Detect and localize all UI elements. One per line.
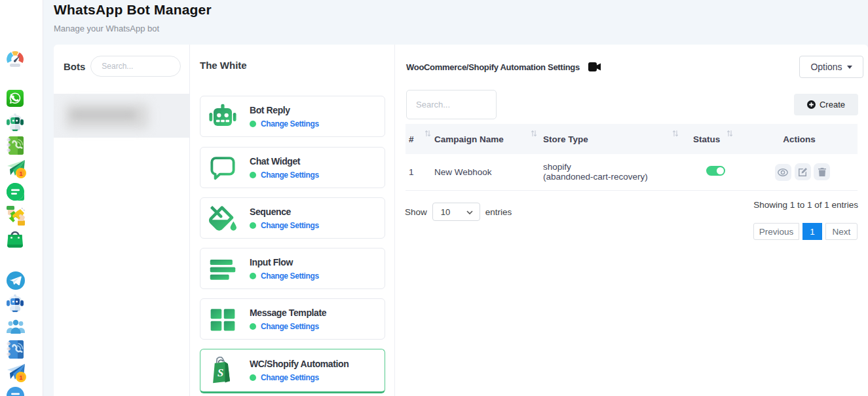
svg-text:S: S [217,366,223,379]
svg-text:1: 1 [19,374,22,381]
svg-text:1: 1 [19,170,22,177]
